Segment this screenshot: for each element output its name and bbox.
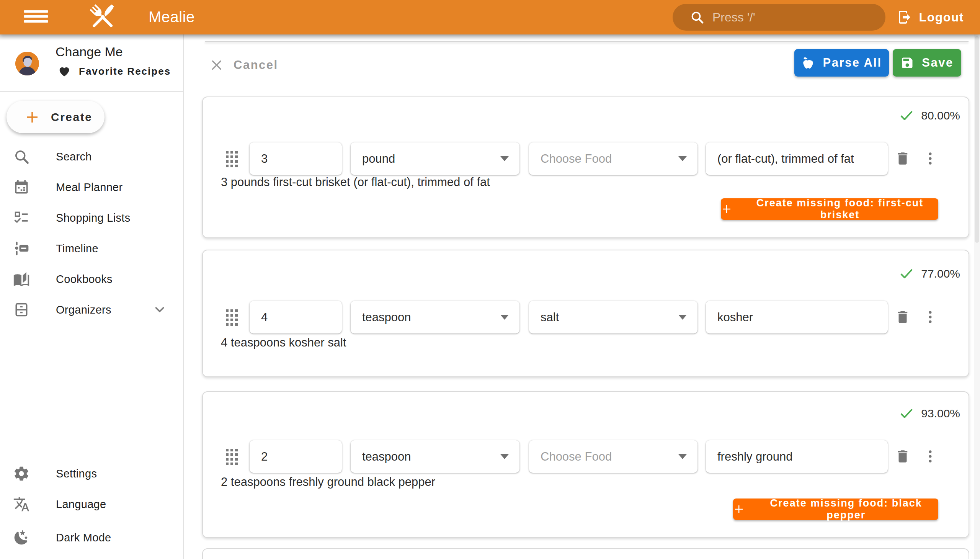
plus-icon (24, 109, 40, 125)
food-select[interactable]: Choose Food (529, 440, 697, 473)
save-icon (901, 56, 914, 70)
logout-icon (897, 10, 912, 25)
original-ingredient-text: 3 pounds first-cut brisket (or flat-cut)… (221, 175, 490, 189)
close-icon (210, 58, 223, 72)
moon-icon (13, 529, 30, 546)
cancel-button[interactable]: Cancel (207, 55, 281, 76)
scrollbar-thumb[interactable] (975, 36, 979, 243)
more-menu-button[interactable] (919, 306, 941, 328)
app-title[interactable]: Mealie (149, 8, 195, 26)
ingredient-card: 77.00% teaspoon salt (202, 250, 969, 377)
search-icon (689, 10, 705, 25)
logout-button[interactable]: Logout (892, 5, 969, 29)
food-select[interactable]: Choose Food (529, 142, 697, 175)
logout-label: Logout (919, 10, 964, 25)
check-icon (899, 406, 914, 421)
parse-all-button[interactable]: Parse All (794, 49, 889, 76)
trash-icon (895, 309, 911, 325)
ingredient-card: 93.00% teaspoon Choose Food (202, 391, 969, 538)
unit-select[interactable]: teaspoon (350, 440, 519, 473)
dropdown-arrow-icon (678, 454, 687, 459)
sidebar-item-settings[interactable]: Settings (0, 461, 183, 486)
plus-icon (733, 503, 745, 515)
food-select[interactable]: salt (529, 301, 697, 334)
quantity-field[interactable] (250, 301, 342, 334)
ingredient-parser-panel: Cancel Parse All Save 80.00% (184, 35, 974, 559)
search-input[interactable] (712, 10, 876, 25)
favorite-recipes-link[interactable]: Favorite Recipes (58, 64, 171, 78)
confidence-indicator: 93.00% (899, 406, 960, 421)
unit-select[interactable]: teaspoon (350, 301, 519, 334)
confidence-indicator: 80.00% (899, 108, 960, 123)
trash-icon (895, 448, 911, 465)
note-input[interactable] (717, 311, 876, 324)
chevron-down-icon (152, 302, 167, 318)
heart-icon (58, 64, 71, 78)
scrollbar[interactable] (974, 35, 980, 559)
dropdown-arrow-icon (500, 156, 509, 161)
unit-select[interactable]: pound (350, 142, 519, 175)
ingredient-card-partial (202, 548, 969, 559)
drag-handle-icon[interactable] (226, 449, 238, 465)
user-name: Change Me (56, 45, 123, 60)
dropdown-arrow-icon (678, 156, 687, 161)
previous-card-edge (205, 41, 968, 42)
calendar-icon (13, 179, 30, 196)
create-button[interactable]: Create (7, 101, 104, 133)
global-search[interactable] (673, 4, 886, 31)
original-ingredient-text: 4 teaspoons kosher salt (221, 336, 346, 349)
create-missing-food-button[interactable]: Create missing food: first-cut brisket (721, 198, 938, 220)
ingredient-fields-row: teaspoon Choose Food (203, 440, 968, 473)
mealie-logo-icon (83, 3, 122, 33)
delete-button[interactable] (892, 446, 913, 467)
menu-icon[interactable] (24, 10, 50, 24)
app-header: Mealie Logout (0, 0, 980, 35)
check-icon (899, 108, 914, 123)
quantity-field[interactable] (250, 142, 342, 175)
avatar[interactable] (15, 52, 39, 75)
dropdown-arrow-icon (678, 315, 687, 320)
confidence-value: 80.00% (921, 109, 960, 122)
sidebar-item-timeline[interactable]: Timeline (0, 236, 183, 261)
confidence-value: 93.00% (921, 407, 960, 420)
save-button[interactable]: Save (893, 49, 961, 76)
delete-button[interactable] (892, 306, 913, 328)
note-field[interactable] (706, 142, 888, 175)
check-icon (899, 266, 914, 281)
sidebar-divider (0, 91, 183, 92)
user-profile-link[interactable]: Change Me Favorite Recipes (0, 35, 183, 91)
quantity-input[interactable] (261, 311, 331, 324)
note-input[interactable] (717, 450, 876, 464)
drag-handle-icon[interactable] (226, 309, 238, 326)
sidebar-item-meal-planner[interactable]: Meal Planner (0, 175, 183, 200)
translate-icon (13, 496, 30, 513)
kebab-menu-icon (922, 150, 938, 167)
ingredient-fields-row: teaspoon salt (203, 301, 968, 334)
sidebar-item-cookbooks[interactable]: Cookbooks (0, 267, 183, 291)
sidebar-item-dark-mode[interactable]: Dark Mode (0, 525, 183, 550)
kebab-menu-icon (922, 309, 938, 325)
sidebar-item-organizers[interactable]: Organizers (0, 298, 183, 322)
sidebar-item-shopping-lists[interactable]: Shopping Lists (0, 206, 183, 230)
magnify-icon (13, 148, 30, 165)
delete-button[interactable] (892, 148, 913, 169)
confidence-value: 77.00% (921, 267, 960, 280)
favorite-recipes-label: Favorite Recipes (79, 66, 171, 77)
note-field[interactable] (706, 440, 888, 473)
cabinet-icon (13, 301, 30, 318)
sidebar-item-language[interactable]: Language (0, 492, 183, 516)
ingredient-fields-row: pound Choose Food (203, 142, 968, 175)
more-menu-button[interactable] (919, 446, 941, 467)
kebab-menu-icon (922, 448, 938, 465)
quantity-input[interactable] (261, 450, 331, 464)
sidebar: Change Me Favorite Recipes Create Search (0, 35, 184, 559)
note-field[interactable] (706, 301, 888, 334)
note-input[interactable] (717, 152, 876, 166)
quantity-input[interactable] (261, 152, 331, 166)
quantity-field[interactable] (250, 440, 342, 473)
create-label: Create (51, 111, 92, 124)
create-missing-food-button[interactable]: Create missing food: black pepper (733, 498, 938, 520)
sidebar-item-search[interactable]: Search (0, 144, 183, 169)
drag-handle-icon[interactable] (226, 151, 238, 167)
more-menu-button[interactable] (919, 148, 941, 169)
